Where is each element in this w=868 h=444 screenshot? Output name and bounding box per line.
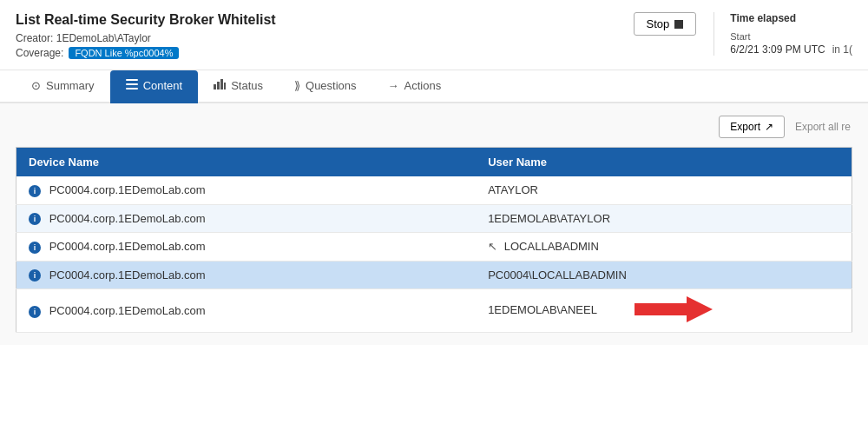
- questions-icon: ⟫: [294, 79, 300, 92]
- page-title: List Real-time Security Broker Whitelist: [16, 12, 276, 28]
- creator-label: Creator:: [16, 32, 53, 44]
- data-table: Device Name User Name i PC0004.corp.1EDe…: [16, 147, 852, 333]
- svg-rect-5: [220, 79, 223, 89]
- coverage-badge: FQDN Like %pc0004%: [69, 47, 179, 59]
- user-cell: 1EDEMOLAB\ATAYLOR: [476, 204, 852, 233]
- table-row: i PC0004.corp.1EDemoLab.com ATAYLOR: [16, 176, 852, 204]
- device-cell: i PC0004.corp.1EDemoLab.com: [16, 204, 477, 233]
- red-arrow-svg: [635, 296, 713, 322]
- svg-rect-0: [126, 79, 138, 81]
- header-right: Stop Time elapsed Start 6/2/21 3:09 PM U…: [634, 12, 852, 56]
- export-all-label: Export all re: [795, 121, 851, 133]
- start-label: Start: [730, 31, 852, 42]
- tab-questions[interactable]: ⟫ Questions: [279, 70, 372, 103]
- cursor-icon: ↖: [488, 240, 497, 253]
- svg-rect-4: [217, 82, 220, 89]
- device-name: PC0004.corp.1EDemoLab.com: [49, 304, 206, 317]
- device-cell: i PC0004.corp.1EDemoLab.com: [16, 176, 477, 204]
- row-status-icon: i: [29, 306, 41, 318]
- summary-icon: ⊙: [31, 79, 41, 92]
- table-row: i PC0004.corp.1EDemoLab.com PC0004\LOCAL…: [16, 261, 852, 289]
- table-body: i PC0004.corp.1EDemoLab.com ATAYLOR i PC…: [16, 176, 852, 333]
- stop-button[interactable]: Stop: [634, 12, 697, 36]
- tab-content-label: Content: [143, 79, 183, 92]
- tab-summary-label: Summary: [46, 79, 95, 92]
- coverage-line: Coverage: FQDN Like %pc0004%: [16, 47, 276, 59]
- export-all-button[interactable]: Export all re: [793, 116, 852, 137]
- tab-summary[interactable]: ⊙ Summary: [16, 70, 110, 103]
- table-header: Device Name User Name: [16, 148, 852, 177]
- device-name: PC0004.corp.1EDemoLab.com: [49, 240, 206, 253]
- user-cell: ↖ LOCALLABADMIN: [476, 233, 852, 262]
- time-elapsed-label: Time elapsed: [730, 12, 852, 24]
- row-status-icon: i: [29, 185, 41, 197]
- stop-button-label: Stop: [647, 17, 670, 30]
- row-status-icon: i: [29, 242, 41, 254]
- header-left: List Real-time Security Broker Whitelist…: [16, 12, 276, 59]
- tab-actions[interactable]: → Actions: [372, 70, 457, 103]
- export-icon: ↗: [765, 121, 773, 133]
- export-button[interactable]: Export ↗: [719, 116, 785, 138]
- content-icon: [126, 79, 138, 92]
- tab-questions-label: Questions: [306, 79, 357, 92]
- toolbar-row: Export ↗ Export all re: [16, 116, 852, 138]
- tab-status-label: Status: [231, 79, 263, 92]
- page: List Real-time Security Broker Whitelist…: [0, 0, 868, 444]
- content-area: Export ↗ Export all re Device Name User …: [0, 103, 868, 345]
- in-text: in 1(: [832, 43, 852, 56]
- device-cell: i PC0004.corp.1EDemoLab.com: [16, 233, 477, 262]
- creator-value: 1EDemoLab\ATaylor: [56, 32, 151, 44]
- stop-icon: [674, 20, 683, 29]
- svg-rect-1: [126, 83, 138, 85]
- user-name: 1EDEMOLAB\ANEEL: [488, 303, 596, 316]
- user-cell-with-arrow: 1EDEMOLAB\ANEEL: [476, 289, 852, 333]
- coverage-label: Coverage:: [16, 47, 63, 59]
- export-label: Export: [730, 121, 760, 133]
- row-status-icon: i: [29, 269, 41, 282]
- creator-line: Creator: 1EDemoLab\ATaylor: [16, 32, 276, 44]
- svg-rect-6: [224, 83, 226, 89]
- start-value-row: 6/2/21 3:09 PM UTC in 1(: [730, 43, 852, 56]
- start-value: 6/2/21 3:09 PM UTC: [730, 43, 825, 56]
- tab-content[interactable]: Content: [110, 70, 199, 103]
- device-name: PC0004.corp.1EDemoLab.com: [49, 212, 206, 225]
- user-cell: ATAYLOR: [476, 176, 852, 204]
- actions-icon: →: [388, 79, 399, 92]
- red-arrow-indicator: [635, 296, 713, 325]
- table-header-row: Device Name User Name: [16, 148, 852, 177]
- header-section: List Real-time Security Broker Whitelist…: [0, 0, 868, 70]
- device-name: PC0004.corp.1EDemoLab.com: [49, 268, 206, 282]
- device-name: PC0004.corp.1EDemoLab.com: [49, 183, 206, 196]
- tabs-bar: ⊙ Summary Content Sta: [0, 70, 868, 103]
- row-status-icon: i: [29, 213, 41, 225]
- tab-status[interactable]: Status: [198, 70, 279, 103]
- tab-actions-label: Actions: [404, 79, 442, 92]
- time-elapsed-section: Time elapsed Start 6/2/21 3:09 PM UTC in…: [713, 12, 852, 56]
- table-row: i PC0004.corp.1EDemoLab.com 1EDEMOLAB\AT…: [16, 204, 852, 233]
- device-cell: i PC0004.corp.1EDemoLab.com: [16, 289, 477, 333]
- table-row: i PC0004.corp.1EDemoLab.com ↖ LOCALLABAD…: [16, 233, 852, 262]
- user-name: LOCALLABADMIN: [504, 240, 599, 253]
- svg-rect-3: [214, 84, 216, 89]
- status-icon: [214, 79, 226, 92]
- column-header-user: User Name: [476, 148, 852, 177]
- table-row: i PC0004.corp.1EDemoLab.com 1EDEMOLAB\AN…: [16, 289, 852, 333]
- svg-rect-2: [126, 88, 138, 89]
- svg-marker-7: [635, 296, 713, 322]
- user-cell: PC0004\LOCALLABADMIN: [476, 261, 852, 289]
- column-header-device: Device Name: [16, 148, 477, 177]
- device-cell: i PC0004.corp.1EDemoLab.com: [16, 261, 477, 289]
